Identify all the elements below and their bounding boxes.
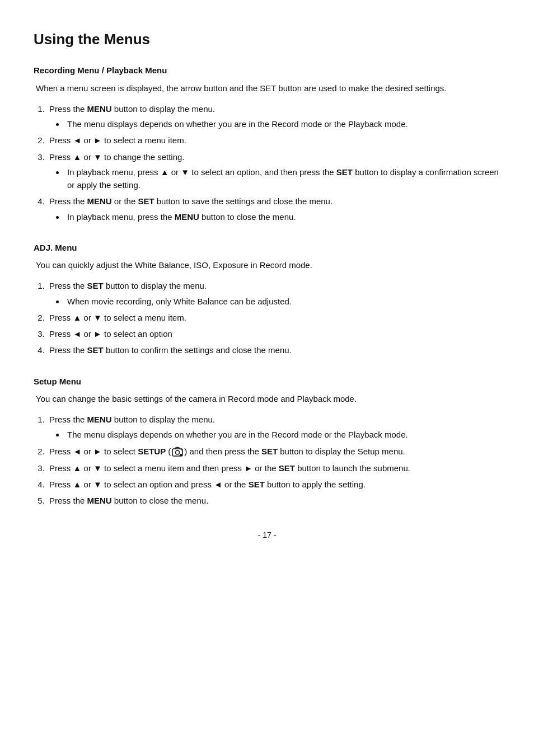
- step-item: Press the MENU button to display the men…: [47, 413, 500, 442]
- text-part: button to launch the submenu.: [295, 463, 410, 473]
- text-part: button to display the menu.: [104, 281, 207, 290]
- section-title: Setup Menu: [34, 375, 500, 388]
- text-part: ▼: [93, 313, 102, 322]
- text-part: Press the: [49, 345, 87, 355]
- text-part: Press: [49, 447, 73, 456]
- text-part: ▼: [93, 480, 102, 489]
- text-part: button to apply the setting.: [265, 480, 366, 489]
- section-recording-playback-menu: Recording Menu / Playback MenuWhen a men…: [34, 64, 500, 223]
- text-part: Press the: [49, 104, 87, 114]
- text-part: Press: [49, 135, 73, 145]
- step-text: Press ▲ or ▼ to select an option and pre…: [49, 480, 366, 489]
- bold-keyword: SET: [87, 345, 104, 355]
- text-part: to select an option: [102, 329, 172, 339]
- step-item: Press ▲ or ▼ to change the setting.In pl…: [47, 151, 500, 192]
- text-part: ►: [93, 135, 102, 145]
- bold-keyword: SET: [87, 281, 104, 290]
- text-part: to select an option and press: [102, 480, 214, 489]
- bold-keyword: SET: [261, 447, 278, 456]
- text-part: Press: [49, 313, 73, 322]
- text-part: ) and then press the: [184, 447, 261, 456]
- text-part: ▼: [93, 463, 102, 473]
- section-title: ADJ. Menu: [34, 241, 500, 254]
- step-text: Press the MENU button to close the menu.: [49, 496, 208, 505]
- text-part: button to display the menu.: [112, 104, 215, 114]
- text-part: or the: [112, 196, 138, 206]
- section-intro: When a menu screen is displayed, the arr…: [34, 82, 500, 95]
- bullet-item: In playback menu, press the MENU button …: [65, 210, 500, 223]
- text-part: ▼: [93, 152, 102, 162]
- text-part: Press the: [49, 196, 87, 206]
- step-item: Press ▲ or ▼ to select a menu item and t…: [47, 462, 500, 475]
- page-number: - 17 -: [34, 529, 500, 542]
- bullet-item: The menu displays depends on whether you…: [65, 118, 500, 130]
- text-part: ►: [93, 447, 102, 456]
- text-part: Press: [49, 152, 73, 162]
- text-part: to change the setting.: [102, 152, 185, 162]
- step-text: Press ◄ or ► to select SETUP ( ) and the…: [49, 447, 405, 456]
- text-part: button to save the settings and close th…: [154, 196, 333, 206]
- step-bullets: In playback menu, press ▲ or ▼ to select…: [65, 166, 500, 192]
- text-part: button to display the menu.: [112, 415, 215, 424]
- bullet-item: The menu displays depends on whether you…: [65, 428, 500, 441]
- svg-point-1: [176, 450, 180, 454]
- steps-list: Press the MENU button to display the men…: [47, 102, 500, 223]
- step-item: Press ◄ or ► to select a menu item.: [47, 134, 500, 147]
- text-part: button to close the menu.: [112, 496, 209, 505]
- step-text: Press the MENU button to display the men…: [49, 104, 215, 114]
- text-part: button to confirm the settings and close…: [104, 345, 292, 355]
- steps-list: Press the MENU button to display the men…: [47, 413, 500, 507]
- step-text: Press ▲ or ▼ to select a menu item and t…: [49, 463, 410, 473]
- text-part: ▲: [73, 480, 82, 489]
- bold-keyword: MENU: [87, 196, 112, 206]
- bullet-item: When movie recording, only White Balance…: [65, 295, 500, 308]
- bold-keyword: MENU: [87, 415, 112, 424]
- section-intro: You can change the basic settings of the…: [34, 392, 500, 405]
- text-part: ▲: [73, 313, 82, 322]
- section-title: Recording Menu / Playback Menu: [34, 64, 500, 77]
- bold-keyword: SETUP: [138, 447, 166, 456]
- bullet-text: In playback menu, press ▲ or ▼ to select…: [67, 167, 499, 190]
- section-intro: You can quickly adjust the White Balance…: [34, 259, 500, 271]
- bullet-item: In playback menu, press ▲ or ▼ to select…: [65, 166, 500, 192]
- bold-keyword: SET: [279, 463, 295, 473]
- text-part: or: [81, 480, 93, 489]
- text-part: ◄: [214, 480, 222, 489]
- bullet-text: In playback menu, press the MENU button …: [67, 212, 296, 222]
- text-part: Press: [49, 329, 73, 339]
- bold-keyword: SET: [138, 196, 154, 206]
- step-text: Press the MENU or the SET button to save…: [49, 196, 332, 206]
- bold-keyword: MENU: [87, 496, 112, 505]
- step-item: Press the MENU or the SET button to save…: [47, 195, 500, 223]
- text-part: Press: [49, 480, 73, 489]
- text-part: ◄: [73, 447, 82, 456]
- section-setup-menu: Setup MenuYou can change the basic setti…: [34, 375, 500, 508]
- text-part: or: [81, 463, 93, 473]
- page-title: Using the Menus: [34, 28, 500, 50]
- text-part: Press the: [49, 496, 87, 505]
- bullet-text: When movie recording, only White Balance…: [67, 297, 292, 306]
- text-part: ▲: [73, 152, 82, 162]
- step-item: Press the MENU button to close the menu.: [47, 494, 500, 507]
- step-text: Press the SET button to confirm the sett…: [49, 345, 292, 355]
- text-part: to select a menu item.: [102, 135, 186, 145]
- text-part: or: [81, 135, 93, 145]
- step-bullets: The menu displays depends on whether you…: [65, 118, 500, 130]
- text-part: ▲: [73, 463, 82, 473]
- step-text: Press ▲ or ▼ to change the setting.: [49, 152, 185, 162]
- step-text: Press ▲ or ▼ to select a menu item.: [49, 313, 186, 322]
- text-part: ◄: [73, 135, 82, 145]
- step-bullets: When movie recording, only White Balance…: [65, 295, 500, 308]
- text-part: Press: [49, 463, 73, 473]
- text-part: Press the: [49, 281, 87, 290]
- step-bullets: The menu displays depends on whether you…: [65, 428, 500, 441]
- text-part: or: [81, 329, 93, 339]
- step-bullets: In playback menu, press the MENU button …: [65, 210, 500, 223]
- text-part: to select a menu item.: [102, 313, 186, 322]
- step-item: Press ▲ or ▼ to select an option and pre…: [47, 478, 500, 491]
- step-item: Press the SET button to confirm the sett…: [47, 344, 500, 356]
- text-part: to select a menu item and then press: [102, 463, 244, 473]
- step-text: Press the MENU button to display the men…: [49, 415, 215, 424]
- text-part: Press the: [49, 415, 87, 424]
- text-part: button to display the Setup menu.: [278, 447, 405, 456]
